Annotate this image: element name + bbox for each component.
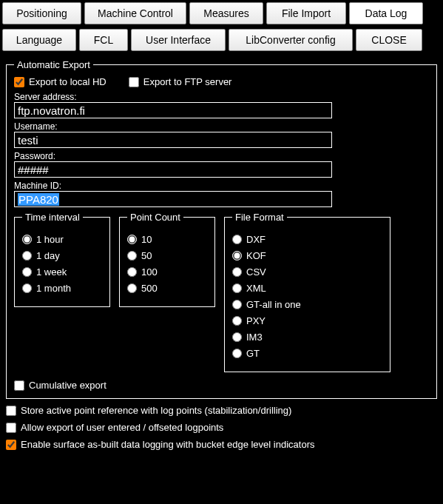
tab-fcl[interactable]: FCL <box>79 29 128 51</box>
format-gt-radio[interactable] <box>232 349 242 358</box>
point-count-group: Point Count 10 50 100 500 <box>119 212 215 307</box>
tab-row-1: Positioning Machine Control Measures Fil… <box>0 0 443 27</box>
point-50-radio[interactable] <box>127 251 137 261</box>
username-label: Username: <box>14 121 429 132</box>
point-100-label: 100 <box>141 266 158 278</box>
password-label: Password: <box>14 151 429 161</box>
time-interval-group: Time interval 1 hour 1 day 1 week 1 mont… <box>14 212 110 307</box>
file-format-group: File Format DXF KOF CSV XML GT-all in on… <box>224 212 390 372</box>
tab-file-import[interactable]: File Import <box>266 2 346 24</box>
format-dxf-radio[interactable] <box>232 235 242 244</box>
export-local-hd-label: Export to local HD <box>29 76 106 87</box>
format-xml-label: XML <box>246 283 266 294</box>
tab-user-interface[interactable]: User Interface <box>131 29 226 51</box>
export-local-hd-checkbox[interactable] <box>14 77 24 87</box>
point-10-label: 10 <box>141 234 152 245</box>
format-xml-radio[interactable] <box>232 283 242 293</box>
format-pxy-label: PXY <box>246 315 266 326</box>
format-pxy-radio[interactable] <box>232 316 242 326</box>
point-50-label: 50 <box>141 250 152 261</box>
tab-data-log[interactable]: Data Log <box>349 2 423 24</box>
point-10-radio[interactable] <box>127 235 137 244</box>
cumulative-export-checkbox[interactable] <box>14 380 24 391</box>
format-kof-label: KOF <box>246 250 266 261</box>
enable-surface-label: Enable surface as-built data logging wit… <box>21 439 314 450</box>
format-csv-radio[interactable] <box>232 267 242 277</box>
export-ftp-checkbox[interactable] <box>129 77 139 87</box>
time-1hour-label: 1 hour <box>36 234 64 245</box>
username-input[interactable]: testi <box>14 132 332 148</box>
format-dxf-label: DXF <box>246 234 266 245</box>
store-active-point-checkbox[interactable] <box>6 406 16 416</box>
format-csv-label: CSV <box>246 266 266 278</box>
tab-language[interactable]: Language <box>2 29 76 51</box>
file-format-legend: File Format <box>232 212 287 223</box>
cumulative-export-label: Cumulative export <box>29 380 106 391</box>
format-im3-label: IM3 <box>246 332 263 343</box>
time-1week-label: 1 week <box>36 266 67 278</box>
tab-row-2: Language FCL User Interface LibConverter… <box>0 27 443 53</box>
store-active-point-label: Store active point reference with log po… <box>21 405 291 416</box>
point-count-legend: Point Count <box>127 212 183 223</box>
server-address-input[interactable]: ftp.novatron.fi <box>14 102 332 118</box>
tab-libconverter[interactable]: LibConverter config <box>229 29 353 51</box>
automatic-export-legend: Automatic Export <box>14 59 93 70</box>
tab-positioning[interactable]: Positioning <box>2 2 81 24</box>
time-1day-radio[interactable] <box>22 251 32 261</box>
format-gtall-label: GT-all in one <box>246 299 301 310</box>
password-input[interactable]: ##### <box>14 161 332 178</box>
enable-surface-checkbox[interactable] <box>6 440 16 450</box>
time-1month-radio[interactable] <box>22 283 32 293</box>
point-500-label: 500 <box>141 283 158 294</box>
tab-measures[interactable]: Measures <box>189 2 263 24</box>
allow-export-user-label: Allow export of user entered / offseted … <box>21 422 223 433</box>
export-ftp-label: Export to FTP server <box>143 76 232 87</box>
time-1hour-radio[interactable] <box>22 235 32 244</box>
time-1month-label: 1 month <box>36 283 71 294</box>
tab-close[interactable]: CLOSE <box>356 29 422 51</box>
time-1week-radio[interactable] <box>22 267 32 277</box>
format-gt-label: GT <box>246 348 260 359</box>
automatic-export-group: Automatic Export Export to local HD Expo… <box>6 59 437 399</box>
machine-id-input[interactable]: PPA820 <box>14 191 332 207</box>
format-kof-radio[interactable] <box>232 251 242 261</box>
point-100-radio[interactable] <box>127 267 137 277</box>
tab-machine-control[interactable]: Machine Control <box>84 2 186 24</box>
format-im3-radio[interactable] <box>232 332 242 342</box>
time-1day-label: 1 day <box>36 250 60 261</box>
point-500-radio[interactable] <box>127 283 137 293</box>
machine-id-label: Machine ID: <box>14 181 429 191</box>
format-gtall-radio[interactable] <box>232 300 242 309</box>
allow-export-user-checkbox[interactable] <box>6 423 16 433</box>
time-interval-legend: Time interval <box>22 212 83 223</box>
server-address-label: Server address: <box>14 92 429 102</box>
